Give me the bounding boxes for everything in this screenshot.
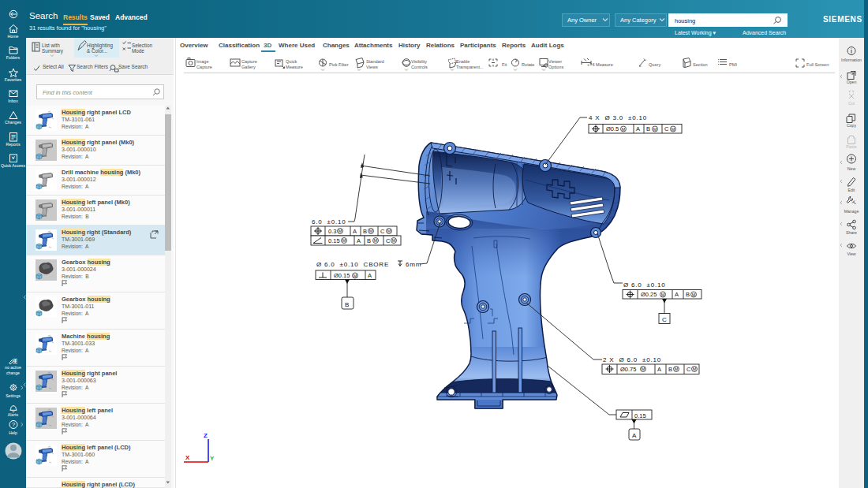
svg-text:C: C (380, 228, 385, 235)
svg-text:C: C (687, 366, 691, 373)
svg-text:M: M (693, 367, 697, 371)
svg-text:M: M (675, 367, 679, 371)
svg-text:M: M (354, 274, 357, 278)
svg-text:M: M (672, 127, 675, 132)
svg-text:B: B (367, 237, 371, 244)
svg-text:A: A (636, 125, 640, 132)
svg-text:M: M (692, 292, 696, 297)
svg-text:A: A (632, 432, 637, 439)
svg-text:0.3: 0.3 (328, 228, 336, 235)
svg-text:Ø 6.0 ±0.10 CBORE: Ø 6.0 ±0.10 CBORE (316, 261, 389, 268)
svg-text:M: M (339, 229, 342, 233)
svg-text:Z: Z (204, 432, 208, 439)
svg-text:M: M (642, 367, 645, 371)
svg-text:A: A (353, 228, 357, 235)
svg-text:B: B (646, 125, 650, 132)
svg-text:B: B (345, 301, 349, 308)
svg-text:M: M (661, 292, 665, 297)
svg-text:6.0 ±0.10: 6.0 ±0.10 (312, 218, 346, 225)
svg-text:M: M (387, 229, 391, 233)
svg-text:Ø 6.0 ±0.10: Ø 6.0 ±0.10 (623, 281, 666, 289)
svg-text:4 X Ø 3.0 ±0.10: 4 X Ø 3.0 ±0.10 (589, 114, 647, 121)
svg-text:B: B (686, 291, 690, 298)
svg-text:Ø0.25: Ø0.25 (641, 291, 657, 298)
svg-text:A: A (675, 291, 679, 298)
svg-text:?: ? (12, 421, 15, 428)
svg-text:0.15: 0.15 (328, 237, 340, 244)
svg-text:C: C (662, 316, 667, 323)
svg-text:Y: Y (210, 455, 215, 462)
svg-text:M: M (622, 127, 626, 132)
svg-text:Ø0.5: Ø0.5 (606, 125, 619, 132)
svg-text:X: X (185, 454, 190, 461)
svg-text:C: C (664, 125, 669, 132)
svg-text:B: B (363, 228, 367, 235)
svg-text:M: M (342, 238, 346, 243)
svg-text:M: M (392, 238, 396, 243)
svg-text:A: A (368, 272, 372, 279)
svg-text:M: M (653, 127, 657, 132)
svg-text:M: M (374, 238, 378, 243)
svg-text:B: B (668, 366, 672, 373)
svg-text:Ø0.15: Ø0.15 (334, 272, 350, 279)
svg-text:2 X Ø 6.0 ±0.10: 2 X Ø 6.0 ±0.10 (603, 356, 661, 363)
svg-text:A: A (357, 237, 361, 244)
svg-text:Ø0.75: Ø0.75 (620, 366, 636, 373)
svg-text:0.15: 0.15 (634, 412, 646, 419)
svg-text:A: A (657, 366, 661, 373)
svg-text:M: M (369, 229, 373, 233)
svg-text:C: C (386, 237, 391, 244)
svg-text:6mm: 6mm (406, 261, 421, 268)
